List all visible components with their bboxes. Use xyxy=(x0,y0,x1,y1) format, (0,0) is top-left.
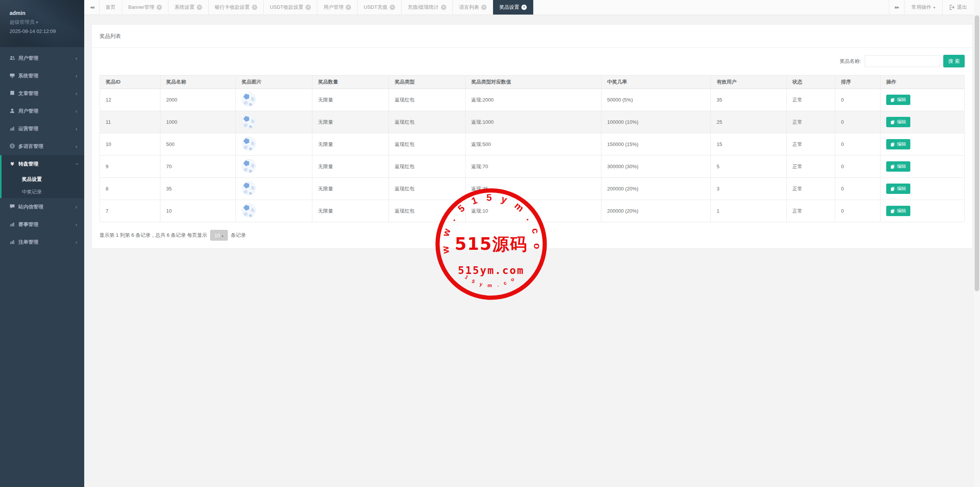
chevron-left-icon: ‹ xyxy=(75,216,77,233)
common-operations-dropdown[interactable]: 常用操作 ▾ xyxy=(904,0,942,15)
tab-4[interactable]: USDT收款设置× xyxy=(264,0,317,15)
edit-button[interactable]: 编辑 xyxy=(886,161,910,172)
tab-8[interactable]: 语言列表× xyxy=(453,0,493,15)
sidebar-item-bar-chart-icon-4[interactable]: 运营管理‹ xyxy=(0,120,84,138)
cell-status: 正常 xyxy=(787,89,835,111)
sidebar-item-label: 文章管理 xyxy=(18,90,38,96)
tab-label: USDT收款设置 xyxy=(270,4,303,10)
sidebar-item-bar-chart-icon-9[interactable]: 注单管理‹ xyxy=(0,233,84,251)
sidebar-item-bar-chart-icon-8[interactable]: 赛事管理‹ xyxy=(0,216,84,233)
edit-button-label: 编辑 xyxy=(897,208,906,214)
tabs-scroll-left-button[interactable]: ◀◀ xyxy=(84,0,100,15)
sidebar-expanded-section: ¥转盘管理‹奖品设置中奖记录 xyxy=(0,155,84,198)
profile-role-label: 超级管理员 xyxy=(10,19,34,25)
tab-label: 用户管理 xyxy=(323,4,343,10)
cell-status: 正常 xyxy=(787,156,835,178)
chevron-left-icon: ‹ xyxy=(75,67,77,85)
tab-close-icon[interactable]: × xyxy=(197,5,202,10)
tab-close-icon[interactable]: × xyxy=(481,5,487,10)
tab-label: USDT充值 xyxy=(364,4,387,10)
sidebar-item-book-icon-2[interactable]: 文章管理‹ xyxy=(0,85,84,102)
cell-prize-qty: 无限量 xyxy=(312,200,389,222)
sidebar-subitem-active[interactable]: 奖品设置 xyxy=(2,173,84,185)
tab-6[interactable]: USDT充值× xyxy=(358,0,401,15)
soccer-ball-icon xyxy=(242,181,256,195)
tab-close-icon[interactable]: × xyxy=(390,5,395,10)
tab-close-icon[interactable]: × xyxy=(157,5,162,10)
cell-valid-users: 25 xyxy=(711,111,787,133)
cell-valid-users: 5 xyxy=(711,156,787,178)
sidebar-item-user-icon-3[interactable]: 用户管理‹ xyxy=(0,102,84,120)
page-scrollbar-thumb[interactable] xyxy=(975,15,979,291)
search-button[interactable]: 搜 索 xyxy=(943,55,965,67)
cell-type-value: 返现:1000 xyxy=(466,111,601,133)
chevron-left-icon: ‹ xyxy=(75,120,77,138)
sign-out-icon xyxy=(949,5,955,10)
tabbar-actions: ▶▶ 常用操作 ▾ 退出 xyxy=(889,0,974,15)
cell-sort: 0 xyxy=(835,178,880,200)
cell-status: 正常 xyxy=(787,133,835,156)
prize-name-search-input[interactable] xyxy=(865,55,940,67)
sidebar-item-yen-icon-6[interactable]: ¥转盘管理‹ xyxy=(2,155,84,173)
tab-2[interactable]: 系统设置× xyxy=(168,0,209,15)
svg-text:¥: ¥ xyxy=(10,161,14,166)
cell-sort: 0 xyxy=(835,133,880,156)
cell-probability: 150000 (15%) xyxy=(601,133,711,156)
tab-close-icon[interactable]: × xyxy=(521,5,527,10)
prize-list-panel: 奖品列表 奖品名称: 搜 索 奖品ID奖品名称奖品图片奖品数量奖品类型奖品类型对… xyxy=(91,24,973,249)
page-scrollbar-track xyxy=(974,0,980,487)
tab-close-icon[interactable]: × xyxy=(305,5,311,10)
sidebar-item-label: 转盘管理 xyxy=(18,161,38,167)
cell-prize-name: 35 xyxy=(160,178,236,200)
caret-up-icon: ▴ xyxy=(222,233,224,238)
copy-icon xyxy=(890,187,895,191)
column-header: 奖品图片 xyxy=(236,75,312,89)
tab-5[interactable]: 用户管理× xyxy=(317,0,358,15)
cell-prize-id: 10 xyxy=(100,133,160,156)
column-header: 操作 xyxy=(880,75,965,89)
cell-valid-users: 35 xyxy=(711,89,787,111)
cell-valid-users: 15 xyxy=(711,133,787,156)
sidebar-item-label: 用户管理 xyxy=(18,108,38,114)
chevron-left-icon: ‹ xyxy=(75,233,77,251)
tab-0[interactable]: 首页 xyxy=(100,0,122,15)
edit-button[interactable]: 编辑 xyxy=(886,206,910,216)
sidebar-item-globe-icon-5[interactable]: 多语言管理‹ xyxy=(0,138,84,155)
sidebar-item-users-icon-0[interactable]: 用户管理‹ xyxy=(0,49,84,67)
sidebar-item-desktop-icon-1[interactable]: 系统管理‹ xyxy=(0,67,84,85)
panel-title: 奖品列表 xyxy=(92,25,972,48)
prize-table: 奖品ID奖品名称奖品图片奖品数量奖品类型奖品类型对应数值中奖几率有效用户状态排序… xyxy=(100,75,965,222)
profile-role-dropdown[interactable]: 超级管理员 ▾ xyxy=(10,19,84,26)
tab-label: 银行卡收款设置 xyxy=(215,4,250,10)
sidebar: admin 超级管理员 ▾ 2025-08-14 02:12:09 用户管理‹系… xyxy=(0,0,84,487)
double-right-arrow-icon: ▶▶ xyxy=(895,5,899,9)
logout-button[interactable]: 退出 xyxy=(942,0,974,15)
cell-prize-image xyxy=(236,178,312,200)
edit-button[interactable]: 编辑 xyxy=(886,117,910,127)
tab-9-active[interactable]: 奖品设置× xyxy=(493,0,533,15)
page-size-select[interactable]: 10 ▴ xyxy=(210,230,228,241)
caret-down-icon: ▾ xyxy=(933,5,935,10)
tab-close-icon[interactable]: × xyxy=(252,5,257,10)
tab-close-icon[interactable]: × xyxy=(346,5,351,10)
profile-username: admin xyxy=(10,10,84,16)
tab-7[interactable]: 充值/提现统计× xyxy=(402,0,453,15)
cell-prize-id: 12 xyxy=(100,89,160,111)
cell-prize-name: 70 xyxy=(160,156,236,178)
sidebar-item-comment-icon-7[interactable]: 站内信管理‹ xyxy=(0,198,84,216)
sidebar-item-label: 系统管理 xyxy=(18,73,38,79)
pagination-summary: 显示第 1 到第 6 条记录，总共 6 条记录 每页显示 xyxy=(100,232,207,239)
tab-close-icon[interactable]: × xyxy=(441,5,446,10)
tab-3[interactable]: 银行卡收款设置× xyxy=(209,0,264,15)
tab-1[interactable]: Banner管理× xyxy=(122,0,168,15)
cell-prize-id: 8 xyxy=(100,178,160,200)
tabs-scroll-right-button[interactable]: ▶▶ xyxy=(889,0,904,15)
edit-button[interactable]: 编辑 xyxy=(886,139,910,149)
edit-button[interactable]: 编辑 xyxy=(886,95,910,105)
edit-button[interactable]: 编辑 xyxy=(886,184,910,194)
edit-button-label: 编辑 xyxy=(897,185,906,192)
sidebar-subitem[interactable]: 中奖记录 xyxy=(2,185,84,198)
cell-prize-image xyxy=(236,200,312,222)
copy-icon xyxy=(890,209,895,213)
cell-prize-image xyxy=(236,133,312,156)
